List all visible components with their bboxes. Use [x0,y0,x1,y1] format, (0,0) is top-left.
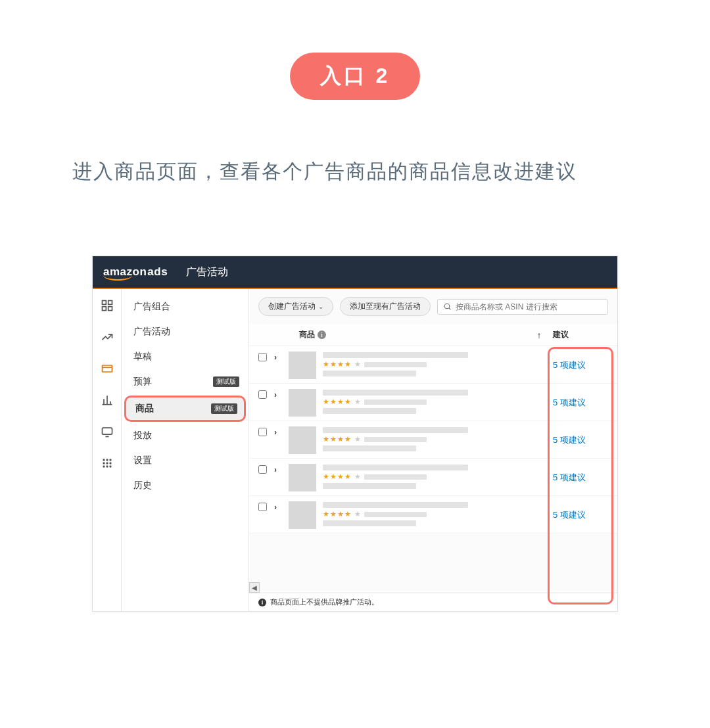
product-thumbnail [289,389,316,417]
table-row: › ★★★★★ 5 项建议 [249,346,617,384]
svg-point-17 [109,462,111,464]
beta-badge: 测试版 [213,376,239,387]
table-row: › ★★★★★ 5 项建议 [249,496,617,534]
nav-label: 商品 [135,403,154,415]
star-rating: ★★★★★ [323,435,531,444]
button-label: 创建广告活动 [268,301,316,312]
toolbar: 创建广告活动 ⌄ 添加至现有广告活动 [249,289,617,324]
star-rating: ★★★★★ [323,472,531,481]
entry-pill: 入口 2 [290,53,421,100]
create-campaign-button[interactable]: 创建广告活动 ⌄ [258,297,333,316]
svg-point-15 [103,462,105,464]
grid-icon[interactable] [100,456,114,470]
bars-icon[interactable] [100,393,114,407]
nav-item-history[interactable]: 历史 [122,473,248,498]
placeholder-line [323,390,468,396]
info-icon[interactable]: i [318,330,326,339]
nav-label: 广告活动 [133,326,170,338]
product-thumbnail [289,426,316,454]
nav-label: 历史 [133,480,152,491]
product-thumbnail [289,501,316,529]
nav-item-products[interactable]: 商品 测试版 [124,396,246,422]
placeholder-line [323,371,416,376]
placeholder-line [323,408,416,414]
star-rating: ★★★★★ [323,510,531,518]
sidebar-nav: 广告组合 广告活动 草稿 预算 测试版 商品 测试版 投放 [122,289,249,611]
star-rating: ★★★★★ [323,360,531,369]
svg-point-13 [106,459,108,461]
placeholder-line [323,465,468,470]
monitor-icon[interactable] [100,424,114,439]
card-icon[interactable] [100,361,114,376]
suggestion-link[interactable]: 5 项建议 [553,397,586,409]
dashboard-icon[interactable] [100,298,114,313]
svg-point-16 [106,462,108,464]
row-checkbox[interactable] [258,465,267,474]
table-rows: › ★★★★★ 5 项建议 [249,346,617,593]
suggestion-link[interactable]: 5 项建议 [553,434,586,446]
expand-toggle[interactable]: › [274,501,289,512]
product-thumbnail [289,352,316,379]
nav-label: 设置 [133,455,152,466]
suggestion-link[interactable]: 5 项建议 [553,472,586,484]
suggestion-link[interactable]: 5 项建议 [553,359,586,371]
row-checkbox[interactable] [258,353,267,361]
svg-point-21 [444,304,450,309]
brand-logo: amazonads [103,265,168,279]
table-header: 商品 i ↑ 建议 [249,324,617,346]
product-thumbnail [289,464,316,491]
search-icon [443,302,452,311]
expand-toggle[interactable]: › [274,464,289,474]
topbar: amazonads 广告活动 [93,256,617,288]
search-box[interactable] [437,299,608,315]
placeholder-line [323,483,416,489]
table-row: › ★★★★★ 5 项建议 [249,421,617,459]
suggestion-link[interactable]: 5 项建议 [553,509,586,521]
svg-rect-3 [108,307,112,311]
search-input[interactable] [456,302,602,311]
row-checkbox[interactable] [258,428,267,436]
row-checkbox[interactable] [258,390,267,399]
nav-item-campaigns[interactable]: 广告活动 [122,319,248,344]
svg-point-12 [103,459,105,461]
expand-toggle[interactable]: › [274,352,289,362]
svg-rect-1 [108,301,112,305]
description-text: 进入商品页面，查看各个广告商品的商品信息改进建议 [0,152,710,190]
svg-rect-10 [102,428,112,434]
placeholder-line [323,520,416,526]
svg-point-14 [109,459,111,461]
nav-item-drafts[interactable]: 草稿 [122,344,248,369]
nav-item-targeting[interactable]: 投放 [122,423,248,448]
brand-amazon: amazon [103,265,147,279]
topbar-title: 广告活动 [186,265,228,279]
chevron-down-icon: ⌄ [318,303,323,310]
nav-item-budget[interactable]: 预算 测试版 [122,369,248,394]
star-rating: ★★★★★ [323,398,531,406]
main-content: 创建广告活动 ⌄ 添加至现有广告活动 商品 [249,289,617,611]
expand-toggle[interactable]: › [274,389,289,399]
svg-point-20 [109,465,111,467]
nav-item-settings[interactable]: 设置 [122,448,248,473]
info-icon: i [258,599,266,606]
add-to-campaign-button[interactable]: 添加至现有广告活动 [340,297,431,316]
scroll-left-icon[interactable]: ◀ [249,582,260,593]
placeholder-line [323,445,416,451]
svg-point-19 [106,465,108,467]
nav-label: 广告组合 [133,301,170,313]
placeholder-line [323,427,468,433]
sort-arrow-icon[interactable]: ↑ [531,330,548,340]
svg-line-22 [449,308,450,309]
row-checkbox[interactable] [258,503,267,511]
expand-toggle[interactable]: › [274,426,289,437]
header-product: 商品 [299,329,315,340]
svg-rect-4 [102,365,112,372]
table-row: › ★★★★★ 5 项建议 [249,384,617,421]
footer-note-text: 商品页面上不提供品牌推广活动。 [270,597,379,607]
screenshot-panel: amazonads 广告活动 [92,256,618,612]
nav-label: 草稿 [133,351,152,363]
button-label: 添加至现有广告活动 [350,301,421,312]
nav-item-portfolio[interactable]: 广告组合 [122,294,248,319]
nav-label: 预算 [133,376,152,388]
trend-icon[interactable] [100,330,114,344]
svg-rect-0 [102,301,106,305]
